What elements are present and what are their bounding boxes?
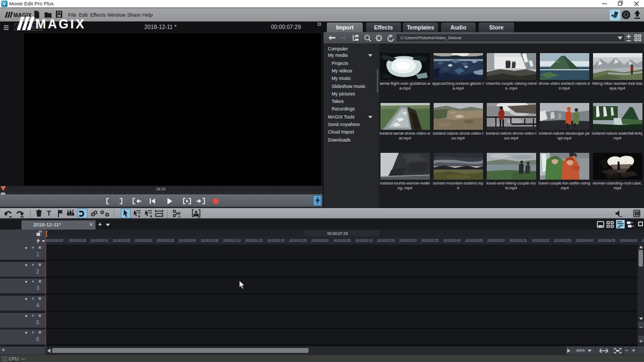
svg-text:MAGIX: MAGIX xyxy=(35,17,86,31)
